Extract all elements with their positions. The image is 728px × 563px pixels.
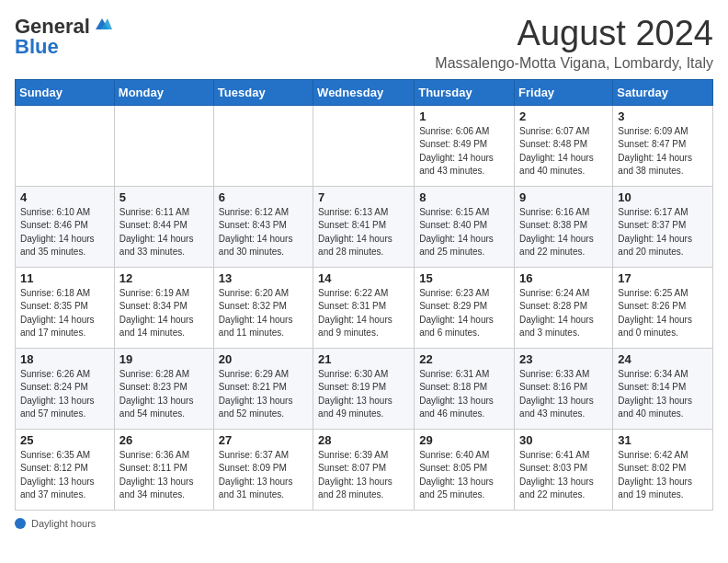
calendar-cell: 31Sunrise: 6:42 AMSunset: 8:02 PMDayligh…: [613, 429, 713, 510]
day-number: 10: [618, 190, 708, 204]
day-number: 26: [119, 433, 209, 447]
footer-note: Daylight hours: [15, 518, 713, 529]
calendar-week-4: 18Sunrise: 6:26 AMSunset: 8:24 PMDayligh…: [16, 348, 713, 429]
calendar-cell: 21Sunrise: 6:30 AMSunset: 8:19 PMDayligh…: [313, 348, 415, 429]
day-number: 28: [318, 433, 409, 447]
day-info: Sunrise: 6:30 AMSunset: 8:19 PMDaylight:…: [318, 368, 409, 421]
day-number: 2: [519, 109, 608, 123]
weekday-header-wednesday: Wednesday: [313, 79, 415, 105]
calendar-cell: 8Sunrise: 6:15 AMSunset: 8:40 PMDaylight…: [415, 186, 515, 267]
calendar-cell: 10Sunrise: 6:17 AMSunset: 8:37 PMDayligh…: [613, 186, 713, 267]
calendar-cell: [313, 105, 415, 186]
day-info: Sunrise: 6:22 AMSunset: 8:31 PMDaylight:…: [318, 287, 409, 340]
day-number: 18: [20, 352, 109, 366]
weekday-header-saturday: Saturday: [613, 79, 713, 105]
day-number: 7: [318, 190, 409, 204]
day-info: Sunrise: 6:16 AMSunset: 8:38 PMDaylight:…: [519, 206, 608, 259]
day-number: 20: [219, 352, 308, 366]
calendar-week-2: 4Sunrise: 6:10 AMSunset: 8:46 PMDaylight…: [16, 186, 713, 267]
day-info: Sunrise: 6:15 AMSunset: 8:40 PMDaylight:…: [419, 206, 509, 259]
day-info: Sunrise: 6:37 AMSunset: 8:09 PMDaylight:…: [219, 449, 308, 502]
logo: General Blue: [15, 15, 112, 59]
calendar-cell: 16Sunrise: 6:24 AMSunset: 8:28 PMDayligh…: [515, 267, 613, 348]
logo-icon: [92, 17, 112, 33]
calendar-table: SundayMondayTuesdayWednesdayThursdayFrid…: [15, 79, 713, 511]
day-info: Sunrise: 6:11 AMSunset: 8:44 PMDaylight:…: [119, 206, 209, 259]
day-number: 14: [318, 271, 409, 285]
calendar-cell: 11Sunrise: 6:18 AMSunset: 8:35 PMDayligh…: [16, 267, 115, 348]
day-info: Sunrise: 6:31 AMSunset: 8:18 PMDaylight:…: [419, 368, 509, 421]
calendar-cell: 28Sunrise: 6:39 AMSunset: 8:07 PMDayligh…: [313, 429, 415, 510]
day-info: Sunrise: 6:23 AMSunset: 8:29 PMDaylight:…: [419, 287, 509, 340]
day-info: Sunrise: 6:33 AMSunset: 8:16 PMDaylight:…: [519, 368, 608, 421]
calendar-cell: 29Sunrise: 6:40 AMSunset: 8:05 PMDayligh…: [415, 429, 515, 510]
day-info: Sunrise: 6:06 AMSunset: 8:49 PMDaylight:…: [419, 125, 509, 178]
day-info: Sunrise: 6:17 AMSunset: 8:37 PMDaylight:…: [618, 206, 708, 259]
day-number: 21: [318, 352, 409, 366]
calendar-cell: 22Sunrise: 6:31 AMSunset: 8:18 PMDayligh…: [415, 348, 515, 429]
day-info: Sunrise: 6:19 AMSunset: 8:34 PMDaylight:…: [119, 287, 209, 340]
day-number: 29: [419, 433, 509, 447]
calendar-cell: 14Sunrise: 6:22 AMSunset: 8:31 PMDayligh…: [313, 267, 415, 348]
calendar-cell: 24Sunrise: 6:34 AMSunset: 8:14 PMDayligh…: [613, 348, 713, 429]
day-info: Sunrise: 6:20 AMSunset: 8:32 PMDaylight:…: [219, 287, 308, 340]
day-info: Sunrise: 6:39 AMSunset: 8:07 PMDaylight:…: [318, 449, 409, 502]
calendar-week-3: 11Sunrise: 6:18 AMSunset: 8:35 PMDayligh…: [16, 267, 713, 348]
title-area: August 2024 Massalengo-Motta Vigana, Lom…: [435, 15, 713, 72]
calendar-cell: 23Sunrise: 6:33 AMSunset: 8:16 PMDayligh…: [515, 348, 613, 429]
calendar-cell: 3Sunrise: 6:09 AMSunset: 8:47 PMDaylight…: [613, 105, 713, 186]
day-info: Sunrise: 6:09 AMSunset: 8:47 PMDaylight:…: [618, 125, 708, 178]
day-number: 11: [20, 271, 109, 285]
day-info: Sunrise: 6:42 AMSunset: 8:02 PMDaylight:…: [618, 449, 708, 502]
day-number: 22: [419, 352, 509, 366]
day-number: 23: [519, 352, 608, 366]
day-info: Sunrise: 6:12 AMSunset: 8:43 PMDaylight:…: [219, 206, 308, 259]
calendar-cell: 26Sunrise: 6:36 AMSunset: 8:11 PMDayligh…: [114, 429, 213, 510]
weekday-header-row: SundayMondayTuesdayWednesdayThursdayFrid…: [16, 79, 713, 105]
day-number: 1: [419, 109, 509, 123]
footer-text: Daylight hours: [31, 518, 96, 529]
calendar-cell: 1Sunrise: 6:06 AMSunset: 8:49 PMDaylight…: [415, 105, 515, 186]
calendar-cell: 19Sunrise: 6:28 AMSunset: 8:23 PMDayligh…: [114, 348, 213, 429]
calendar-cell: 25Sunrise: 6:35 AMSunset: 8:12 PMDayligh…: [16, 429, 115, 510]
calendar-cell: 27Sunrise: 6:37 AMSunset: 8:09 PMDayligh…: [213, 429, 313, 510]
day-info: Sunrise: 6:13 AMSunset: 8:41 PMDaylight:…: [318, 206, 409, 259]
calendar-cell: 12Sunrise: 6:19 AMSunset: 8:34 PMDayligh…: [114, 267, 213, 348]
location: Massalengo-Motta Vigana, Lombardy, Italy: [435, 55, 713, 72]
day-number: 16: [519, 271, 608, 285]
calendar-cell: [16, 105, 115, 186]
weekday-header-thursday: Thursday: [415, 79, 515, 105]
day-number: 17: [618, 271, 708, 285]
calendar-cell: 20Sunrise: 6:29 AMSunset: 8:21 PMDayligh…: [213, 348, 313, 429]
day-number: 4: [20, 190, 109, 204]
day-info: Sunrise: 6:26 AMSunset: 8:24 PMDaylight:…: [20, 368, 109, 421]
calendar-cell: 6Sunrise: 6:12 AMSunset: 8:43 PMDaylight…: [213, 186, 313, 267]
weekday-header-tuesday: Tuesday: [213, 79, 313, 105]
calendar-week-5: 25Sunrise: 6:35 AMSunset: 8:12 PMDayligh…: [16, 429, 713, 510]
calendar-cell: [114, 105, 213, 186]
day-info: Sunrise: 6:25 AMSunset: 8:26 PMDaylight:…: [618, 287, 708, 340]
day-number: 12: [119, 271, 209, 285]
day-number: 30: [519, 433, 608, 447]
day-info: Sunrise: 6:40 AMSunset: 8:05 PMDaylight:…: [419, 449, 509, 502]
calendar-cell: 17Sunrise: 6:25 AMSunset: 8:26 PMDayligh…: [613, 267, 713, 348]
day-info: Sunrise: 6:28 AMSunset: 8:23 PMDaylight:…: [119, 368, 209, 421]
day-info: Sunrise: 6:36 AMSunset: 8:11 PMDaylight:…: [119, 449, 209, 502]
weekday-header-sunday: Sunday: [16, 79, 115, 105]
calendar-cell: 9Sunrise: 6:16 AMSunset: 8:38 PMDaylight…: [515, 186, 613, 267]
day-info: Sunrise: 6:18 AMSunset: 8:35 PMDaylight:…: [20, 287, 109, 340]
day-number: 5: [119, 190, 209, 204]
day-number: 31: [618, 433, 708, 447]
day-number: 24: [618, 352, 708, 366]
calendar-week-1: 1Sunrise: 6:06 AMSunset: 8:49 PMDaylight…: [16, 105, 713, 186]
calendar-cell: 7Sunrise: 6:13 AMSunset: 8:41 PMDaylight…: [313, 186, 415, 267]
day-number: 13: [219, 271, 308, 285]
calendar-cell: 2Sunrise: 6:07 AMSunset: 8:48 PMDaylight…: [515, 105, 613, 186]
calendar-cell: 18Sunrise: 6:26 AMSunset: 8:24 PMDayligh…: [16, 348, 115, 429]
day-info: Sunrise: 6:24 AMSunset: 8:28 PMDaylight:…: [519, 287, 608, 340]
day-info: Sunrise: 6:07 AMSunset: 8:48 PMDaylight:…: [519, 125, 608, 178]
weekday-header-monday: Monday: [114, 79, 213, 105]
day-number: 9: [519, 190, 608, 204]
month-year: August 2024: [435, 15, 713, 53]
day-number: 19: [119, 352, 209, 366]
